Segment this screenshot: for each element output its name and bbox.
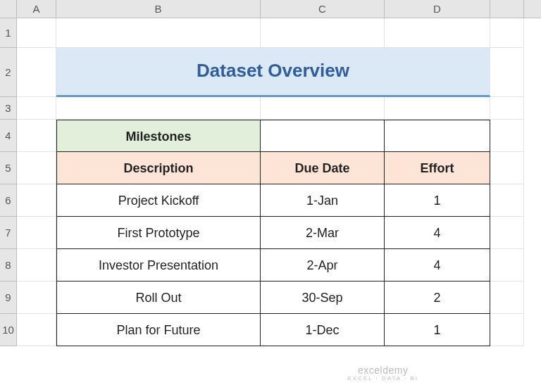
header-due-date[interactable]: Due Date bbox=[261, 152, 385, 184]
cell-E10[interactable] bbox=[490, 314, 524, 346]
row-header-6[interactable]: 6 bbox=[0, 184, 17, 217]
row-header-1[interactable]: 1 bbox=[0, 18, 17, 48]
page-title: Dataset Overview bbox=[56, 48, 490, 94]
table-row[interactable]: 1-Dec bbox=[261, 314, 385, 346]
milestones-header[interactable]: Milestones bbox=[56, 120, 261, 152]
row-header-4[interactable]: 4 bbox=[0, 120, 17, 152]
cell-B1[interactable] bbox=[56, 18, 261, 48]
table-row[interactable]: 4 bbox=[385, 249, 490, 282]
cell-C4[interactable] bbox=[261, 120, 385, 152]
row-header-2[interactable]: 2 bbox=[0, 48, 17, 97]
cell-B3[interactable] bbox=[56, 97, 261, 120]
cell-C3[interactable] bbox=[261, 97, 385, 120]
header-description[interactable]: Description bbox=[56, 152, 261, 184]
cell-E6[interactable] bbox=[490, 184, 524, 217]
table-row[interactable]: Investor Presentation bbox=[56, 249, 261, 282]
cell-E9[interactable] bbox=[490, 282, 524, 314]
cell-E4[interactable] bbox=[490, 120, 524, 152]
table-row[interactable]: 1 bbox=[385, 314, 490, 346]
row-header-5[interactable]: 5 bbox=[0, 152, 17, 184]
watermark-brand: exceldemy bbox=[358, 365, 408, 376]
table-row[interactable]: 1-Jan bbox=[261, 184, 385, 217]
cell-D1[interactable] bbox=[385, 18, 490, 48]
cell-E2[interactable] bbox=[490, 48, 524, 97]
table-row[interactable]: 2-Apr bbox=[261, 249, 385, 282]
row-header-10[interactable]: 10 bbox=[0, 314, 17, 346]
cell-D4[interactable] bbox=[385, 120, 490, 152]
table-row[interactable]: Plan for Future bbox=[56, 314, 261, 346]
title-cell[interactable]: Dataset Overview bbox=[56, 48, 490, 97]
cell-E7[interactable] bbox=[490, 217, 524, 249]
cell-E3[interactable] bbox=[490, 97, 524, 120]
cell-A6[interactable] bbox=[17, 184, 56, 217]
watermark-tagline: EXCEL · DATA · BI bbox=[347, 376, 418, 382]
cell-E8[interactable] bbox=[490, 249, 524, 282]
cell-D3[interactable] bbox=[385, 97, 490, 120]
watermark: exceldemy EXCEL · DATA · BI bbox=[347, 365, 418, 382]
row-header-7[interactable]: 7 bbox=[0, 217, 17, 249]
select-all-corner[interactable] bbox=[0, 0, 17, 18]
table-row[interactable]: Roll Out bbox=[56, 282, 261, 314]
cell-A5[interactable] bbox=[17, 152, 56, 184]
cell-C1[interactable] bbox=[261, 18, 385, 48]
table-row[interactable]: 2 bbox=[385, 282, 490, 314]
cell-A3[interactable] bbox=[17, 97, 56, 120]
table-row[interactable]: First Prototype bbox=[56, 217, 261, 249]
table-row[interactable]: 1 bbox=[385, 184, 490, 217]
cell-A1[interactable] bbox=[17, 18, 56, 48]
table-row[interactable]: Project Kickoff bbox=[56, 184, 261, 217]
cell-A2[interactable] bbox=[17, 48, 56, 97]
col-header-A[interactable]: A bbox=[17, 0, 56, 18]
table-row[interactable]: 2-Mar bbox=[261, 217, 385, 249]
col-header-B[interactable]: B bbox=[56, 0, 261, 18]
table-row[interactable]: 4 bbox=[385, 217, 490, 249]
cell-A7[interactable] bbox=[17, 217, 56, 249]
row-header-8[interactable]: 8 bbox=[0, 249, 17, 282]
header-effort[interactable]: Effort bbox=[385, 152, 490, 184]
cell-A8[interactable] bbox=[17, 249, 56, 282]
cell-E1[interactable] bbox=[490, 18, 524, 48]
cell-A10[interactable] bbox=[17, 314, 56, 346]
row-header-3[interactable]: 3 bbox=[0, 97, 17, 120]
col-header-D[interactable]: D bbox=[385, 0, 490, 18]
col-header-C[interactable]: C bbox=[261, 0, 385, 18]
cell-A9[interactable] bbox=[17, 282, 56, 314]
table-row[interactable]: 30-Sep bbox=[261, 282, 385, 314]
spreadsheet: A B C D 1 2 3 4 5 6 7 8 9 10 bbox=[0, 0, 541, 392]
row-header-9[interactable]: 9 bbox=[0, 282, 17, 314]
cell-E5[interactable] bbox=[490, 152, 524, 184]
col-header-E[interactable] bbox=[490, 0, 524, 18]
cell-A4[interactable] bbox=[17, 120, 56, 152]
